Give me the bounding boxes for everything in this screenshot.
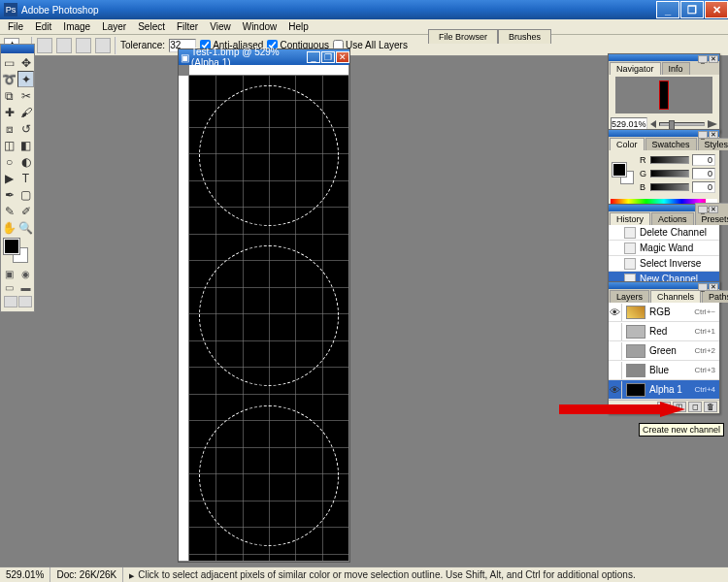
clone-stamp-tool-icon[interactable]: ⧈	[1, 120, 17, 137]
visibility-eye-icon[interactable]	[609, 342, 622, 360]
load-selection-icon[interactable]: ○	[657, 402, 671, 412]
g-input[interactable]	[692, 168, 715, 179]
doc-close-button[interactable]: ✕	[336, 51, 349, 63]
b-slider[interactable]	[650, 183, 689, 191]
menu-file[interactable]: File	[2, 20, 29, 33]
ruler-vertical[interactable]	[179, 76, 189, 561]
channel-row[interactable]: Green Ctrl+2	[609, 341, 719, 361]
zoom-slider[interactable]	[659, 122, 705, 126]
hand-tool-icon[interactable]: ✋	[1, 219, 17, 236]
foreground-color-swatch[interactable]	[4, 239, 19, 254]
paths-tab[interactable]: Paths	[702, 290, 728, 303]
menu-image[interactable]: Image	[57, 20, 96, 33]
doc-minimize-button[interactable]: _	[307, 51, 320, 63]
document-titlebar[interactable]: ▣ Test-1.bmp @ 529% (Alpha 1) _ ❐ ✕	[179, 49, 349, 65]
info-tab[interactable]: Info	[662, 62, 690, 75]
healing-brush-tool-icon[interactable]: ✚	[1, 104, 17, 120]
styles-tab[interactable]: Styles	[698, 138, 728, 150]
marquee-tool-icon[interactable]: ▭	[1, 54, 17, 71]
visibility-eye-icon[interactable]: 👁	[609, 304, 622, 321]
subtract-selection-icon[interactable]	[76, 38, 91, 53]
quickmask-mode-icon[interactable]: ◉	[17, 267, 34, 280]
type-tool-icon[interactable]: T	[17, 170, 34, 186]
history-item[interactable]: Delete Channel	[609, 225, 719, 241]
standard-mode-icon[interactable]: ▣	[1, 267, 17, 280]
channel-row[interactable]: 👁 RGB Ctrl+~	[609, 303, 719, 322]
toolbox-header[interactable]	[1, 45, 34, 53]
panel-close-button[interactable]: ✕	[709, 206, 718, 213]
path-selection-tool-icon[interactable]: ▶	[1, 170, 17, 186]
notes-tool-icon[interactable]: ✎	[1, 203, 17, 219]
menu-filter[interactable]: Filter	[171, 20, 204, 33]
history-brush-tool-icon[interactable]: ↺	[17, 120, 34, 137]
navigator-tab[interactable]: Navigator	[610, 62, 661, 75]
dodge-tool-icon[interactable]: ◐	[17, 153, 34, 170]
color-fgbg-swatches[interactable]	[612, 163, 634, 184]
panel-minimize-button[interactable]: _	[698, 206, 708, 213]
channel-row[interactable]: 👁 Alpha 1 Ctrl+4	[609, 380, 719, 400]
panel-minimize-button[interactable]: _	[698, 283, 708, 291]
intersect-selection-icon[interactable]	[95, 38, 111, 53]
screen-mode-3-icon[interactable]	[4, 296, 17, 307]
menu-edit[interactable]: Edit	[29, 20, 57, 33]
layers-tab[interactable]: Layers	[610, 290, 649, 303]
history-item[interactable]: Magic Wand	[609, 241, 719, 256]
channels-tab[interactable]: Channels	[650, 290, 701, 303]
b-input[interactable]	[692, 181, 715, 193]
eraser-tool-icon[interactable]: ◫	[1, 137, 17, 153]
zoom-out-icon[interactable]	[650, 120, 656, 128]
visibility-eye-icon[interactable]: 👁	[609, 381, 622, 399]
lasso-tool-icon[interactable]: ➰	[1, 71, 17, 87]
panel-close-button[interactable]: ✕	[709, 131, 718, 139]
move-tool-icon[interactable]: ✥	[17, 54, 34, 71]
maximize-button[interactable]: ❐	[680, 1, 704, 18]
r-input[interactable]	[692, 154, 715, 166]
panel-close-button[interactable]: ✕	[709, 283, 718, 291]
slice-tool-icon[interactable]: ✂	[17, 87, 34, 104]
panel-minimize-button[interactable]: _	[698, 131, 708, 139]
color-tab[interactable]: Color	[610, 138, 645, 150]
g-slider[interactable]	[650, 170, 689, 178]
file-browser-tab[interactable]: File Browser	[428, 29, 498, 44]
channel-row[interactable]: Blue Ctrl+3	[609, 361, 719, 380]
doc-maximize-button[interactable]: ❐	[321, 51, 335, 63]
pen-tool-icon[interactable]: ✒	[1, 186, 17, 203]
ruler-horizontal[interactable]	[189, 65, 348, 76]
brush-tool-icon[interactable]: 🖌	[17, 104, 34, 120]
minimize-button[interactable]: _	[656, 1, 679, 18]
magic-wand-tool-icon[interactable]: ✦	[17, 71, 34, 87]
status-doc-size[interactable]: Doc: 26K/26K	[50, 567, 123, 582]
brushes-tab[interactable]: Brushes	[498, 29, 551, 44]
add-selection-icon[interactable]	[56, 38, 72, 53]
zoom-tool-icon[interactable]: 🔍	[17, 219, 34, 236]
panel-minimize-button[interactable]: _	[698, 55, 708, 63]
status-zoom[interactable]: 529.01%	[0, 567, 50, 582]
history-item[interactable]: Select Inverse	[609, 256, 719, 272]
visibility-eye-icon[interactable]	[609, 362, 622, 379]
close-button[interactable]: ✕	[705, 1, 728, 18]
save-selection-icon[interactable]: ◫	[673, 402, 686, 412]
actions-tab[interactable]: Actions	[651, 212, 694, 225]
shape-tool-icon[interactable]: ▢	[17, 186, 34, 203]
create-new-channel-icon[interactable]: ◻	[688, 402, 702, 412]
menu-help[interactable]: Help	[282, 20, 314, 33]
gradient-tool-icon[interactable]: ◧	[17, 137, 34, 153]
channel-row[interactable]: Red Ctrl+1	[609, 322, 719, 341]
panel-close-button[interactable]: ✕	[709, 55, 718, 63]
zoom-in-icon[interactable]	[708, 120, 717, 128]
visibility-eye-icon[interactable]	[609, 323, 622, 340]
document-canvas[interactable]	[189, 76, 348, 561]
eyedropper-tool-icon[interactable]: ✐	[17, 203, 34, 219]
new-selection-icon[interactable]	[37, 38, 52, 53]
history-tab[interactable]: History	[610, 212, 650, 225]
menu-view[interactable]: View	[204, 20, 237, 33]
blur-tool-icon[interactable]: ○	[1, 153, 17, 170]
r-slider[interactable]	[650, 156, 689, 164]
screen-mode-2-icon[interactable]: ▬	[17, 280, 34, 294]
screen-mode-1-icon[interactable]: ▭	[1, 280, 17, 294]
navigator-thumbnail[interactable]	[615, 77, 712, 113]
menu-window[interactable]: Window	[237, 20, 283, 33]
crop-tool-icon[interactable]: ⧉	[1, 87, 17, 104]
menu-select[interactable]: Select	[132, 20, 171, 33]
swatches-tab[interactable]: Swatches	[645, 138, 697, 150]
